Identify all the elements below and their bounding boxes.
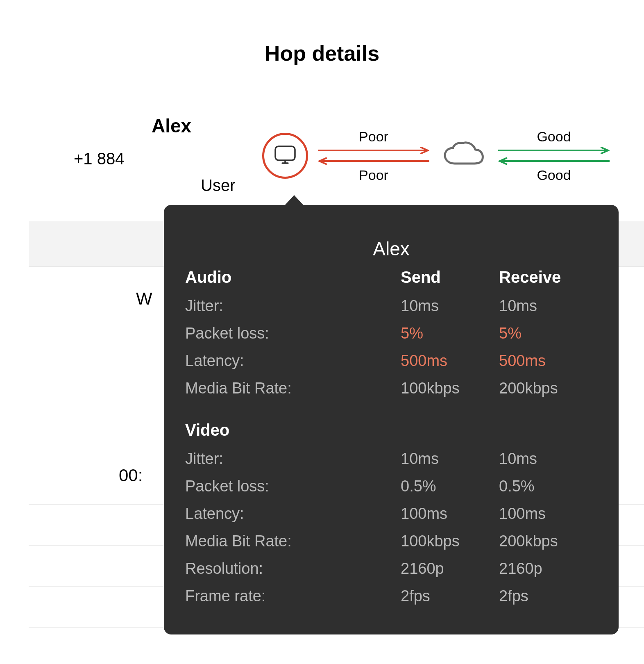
arrow-right-icon	[318, 147, 429, 154]
user-phone: +1 884	[74, 150, 124, 168]
tooltip-pointer-icon	[284, 195, 304, 206]
metric-send-value: 2fps	[401, 582, 495, 610]
metric-send-value: 2160p	[401, 555, 495, 582]
metric-label: Packet loss:	[185, 473, 397, 500]
metric-send-value: 10ms	[401, 292, 495, 320]
hop-detail-tooltip: Alex AudioSendReceiveJitter:10ms10msPack…	[164, 205, 619, 634]
tooltip-section-title: Video	[185, 418, 397, 445]
hop1-arrows: Poor Poor	[318, 130, 429, 182]
hop2-arrows: Good Good	[498, 130, 610, 182]
metric-send-value: 100kbps	[401, 528, 495, 555]
page-title: Hop details	[0, 41, 644, 66]
hop1-top-label: Poor	[318, 130, 429, 143]
arrow-left-icon	[318, 157, 429, 165]
metric-send-value: 500ms	[401, 347, 495, 375]
metric-receive-value: 5%	[499, 320, 597, 347]
hop-diagram: Poor Poor Good Good	[262, 123, 619, 189]
tooltip-col-send: Send	[401, 266, 495, 292]
metric-label: Frame rate:	[185, 582, 397, 610]
monitor-icon	[274, 145, 296, 166]
metric-send-value: 100kbps	[401, 375, 495, 402]
hop1-bottom-label: Poor	[318, 168, 429, 182]
metric-receive-value: 10ms	[499, 445, 597, 473]
tooltip-user-name: Alex	[185, 238, 597, 260]
metric-label: Packet loss:	[185, 320, 397, 347]
tooltip-col-receive: Receive	[499, 266, 597, 292]
metric-receive-value: 0.5%	[499, 473, 597, 500]
metric-label: Jitter:	[185, 292, 397, 320]
metric-receive-value: 100ms	[499, 500, 597, 528]
metric-receive-value: 2fps	[499, 582, 597, 610]
cloud-node[interactable]	[439, 141, 488, 171]
user-device-node[interactable]	[262, 133, 308, 179]
svg-rect-0	[275, 146, 295, 160]
metric-receive-value: 2160p	[499, 555, 597, 582]
arrow-right-icon	[498, 147, 610, 154]
metric-receive-value: 10ms	[499, 292, 597, 320]
metric-send-value: 100ms	[401, 500, 495, 528]
metric-send-value: 10ms	[401, 445, 495, 473]
metric-label: Media Bit Rate:	[185, 375, 397, 402]
metric-receive-value: 500ms	[499, 347, 597, 375]
cloud-icon	[442, 141, 485, 171]
metric-send-value: 0.5%	[401, 473, 495, 500]
hop2-bottom-label: Good	[498, 168, 610, 182]
metric-label: Resolution:	[185, 555, 397, 582]
metric-receive-value: 200kbps	[499, 375, 597, 402]
metric-receive-value: 200kbps	[499, 528, 597, 555]
metric-label: Latency:	[185, 500, 397, 528]
metric-label: Media Bit Rate:	[185, 528, 397, 555]
hop2-top-label: Good	[498, 130, 610, 143]
metric-label: Latency:	[185, 347, 397, 375]
arrow-left-icon	[498, 157, 610, 165]
user-name: Alex	[152, 115, 191, 137]
tooltip-section-title: Audio	[185, 266, 397, 292]
bg-text-fragment: W	[136, 289, 152, 309]
user-role-label: User	[201, 176, 235, 195]
bg-time-fragment: 00:	[119, 466, 143, 485]
metric-send-value: 5%	[401, 320, 495, 347]
metric-label: Jitter:	[185, 445, 397, 473]
